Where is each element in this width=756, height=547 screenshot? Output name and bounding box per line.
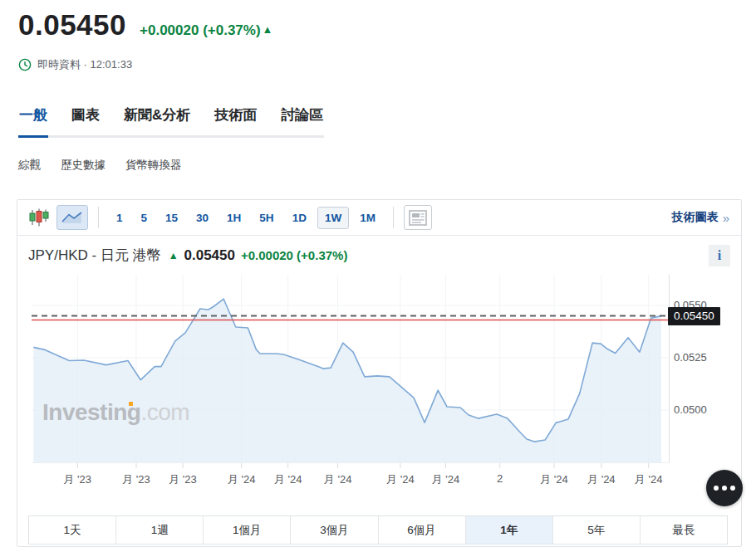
- investing-watermark: Investing.com: [42, 399, 189, 426]
- tab-chart[interactable]: 圖表: [71, 105, 101, 135]
- tab-technical[interactable]: 技術面: [214, 105, 258, 135]
- interval-1h[interactable]: 1H: [219, 207, 248, 229]
- tab-news-analysis[interactable]: 新聞&分析: [123, 105, 191, 135]
- toolbar-divider: [393, 207, 394, 228]
- line-chart-icon[interactable]: [56, 205, 88, 230]
- x-axis-label: 月 '24: [635, 472, 663, 487]
- x-axis-label: 月 '23: [64, 472, 92, 487]
- price-area-chart[interactable]: [32, 275, 670, 469]
- last-price: 0.05450: [18, 8, 126, 42]
- sub-tabs: 綜觀 歷史數據 貨幣轉換器: [18, 158, 756, 173]
- technical-chart-link[interactable]: 技術圖表 »: [672, 210, 729, 225]
- watermark-orange-dot: [129, 402, 133, 406]
- toolbar-divider: [98, 207, 99, 228]
- candlestick-chart-icon[interactable]: [28, 207, 50, 228]
- range-6months[interactable]: 6個月: [378, 516, 465, 544]
- info-icon[interactable]: i: [709, 245, 730, 266]
- subtab-historical-data[interactable]: 歷史數據: [61, 158, 106, 173]
- range-3months[interactable]: 3個月: [290, 516, 377, 544]
- range-1month[interactable]: 1個月: [203, 516, 290, 544]
- range-1day[interactable]: 1天: [29, 516, 115, 544]
- interval-5h[interactable]: 5H: [252, 207, 281, 229]
- up-triangle-icon: ▲: [263, 23, 273, 36]
- x-axis-label: 月 '24: [228, 472, 256, 487]
- x-axis-label: 月 '24: [274, 472, 302, 487]
- interval-15[interactable]: 15: [158, 207, 185, 229]
- price-change: +0.00020 (+0.37%)▲: [140, 22, 272, 39]
- x-axis-label: 月 '24: [432, 472, 460, 487]
- x-axis-label: 月 '23: [169, 472, 197, 487]
- status-row: 即時資料 · 12:01:33: [18, 57, 756, 72]
- instrument-name: JPY/HKD - 日元 港幣: [28, 246, 161, 265]
- chart-title-row: JPY/HKD - 日元 港幣 ▲ 0.05450 +0.00020 (+0.3…: [17, 236, 741, 275]
- news-layout-icon[interactable]: [404, 205, 432, 230]
- range-1week[interactable]: 1週: [115, 516, 203, 544]
- quote-header: 0.05450 +0.00020 (+0.37%)▲ 即時資料 · 12:01:…: [0, 0, 756, 72]
- clock-icon: [18, 58, 32, 71]
- tab-general[interactable]: 一般: [18, 105, 48, 138]
- instrument-change: +0.00020 (+0.37%): [241, 248, 347, 262]
- x-axis-label: 月 '23: [122, 472, 150, 487]
- interval-1d[interactable]: 1D: [285, 207, 314, 229]
- x-axis-label: 月 '24: [587, 472, 616, 487]
- subtab-overview[interactable]: 綜觀: [18, 158, 41, 173]
- watermark-bold: Investing: [42, 399, 140, 425]
- price-change-text: +0.00020 (+0.37%): [140, 22, 261, 38]
- chart-widget: 1 5 15 30 1H 5H 1D 1W 1M: [17, 199, 742, 547]
- instrument-price: 0.05450: [184, 247, 235, 264]
- range-max[interactable]: 最長: [640, 516, 727, 544]
- price-row: 0.05450 +0.00020 (+0.37%)▲: [18, 8, 756, 42]
- y-axis-label: 0.0525: [674, 351, 707, 364]
- dot-icon: [730, 486, 735, 491]
- interval-buttons: 1 5 15 30 1H 5H 1D 1W 1M: [109, 207, 383, 229]
- x-axis-label: 月 '24: [386, 472, 415, 487]
- range-5years[interactable]: 5年: [552, 516, 640, 544]
- subtab-currency-converter[interactable]: 貨幣轉換器: [125, 158, 182, 173]
- watermark-light: .com: [140, 399, 189, 425]
- y-axis-label: 0.0500: [674, 403, 707, 416]
- chart-region: 0.05500.05250.0500 月 '23月 '23月 '23月 '24月…: [17, 275, 741, 489]
- more-options-button[interactable]: [706, 470, 743, 506]
- double-chevron-icon: »: [723, 211, 729, 225]
- tab-discussion[interactable]: 討論區: [280, 105, 324, 135]
- current-price-tag: 0.05450: [668, 307, 720, 325]
- range-selector: 1天 1週 1個月 3個月 6個月 1年 5年 最長: [28, 515, 728, 545]
- dot-icon: [714, 486, 719, 491]
- x-axis-label: 月 '24: [324, 472, 352, 487]
- interval-5[interactable]: 5: [134, 207, 155, 229]
- interval-1[interactable]: 1: [109, 207, 130, 229]
- technical-chart-label: 技術圖表: [672, 210, 719, 225]
- main-tabs: 一般 圖表 新聞&分析 技術面 討論區: [18, 105, 324, 138]
- interval-1w[interactable]: 1W: [317, 207, 349, 229]
- interval-1m[interactable]: 1M: [352, 207, 383, 229]
- chart-toolbar: 1 5 15 30 1H 5H 1D 1W 1M: [17, 200, 741, 236]
- realtime-status: 即時資料 · 12:01:33: [37, 57, 132, 72]
- range-1year[interactable]: 1年: [465, 516, 552, 544]
- x-axis-label: 2: [497, 472, 503, 485]
- up-arrow-icon: ▲: [169, 250, 179, 261]
- x-axis-label: 月 '24: [540, 472, 568, 487]
- interval-30[interactable]: 30: [189, 207, 216, 229]
- instrument-page: 0.05450 +0.00020 (+0.37%)▲ 即時資料 · 12:01:…: [0, 0, 756, 547]
- dot-icon: [722, 486, 727, 491]
